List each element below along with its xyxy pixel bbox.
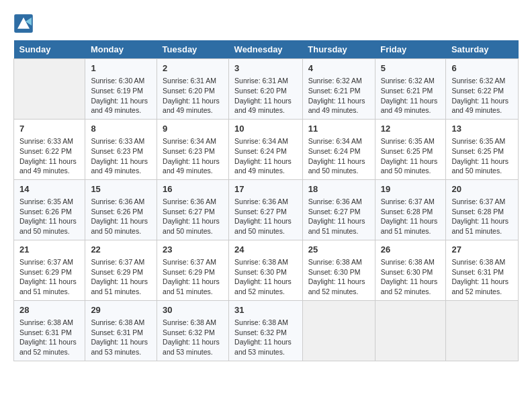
day-cell: 8Sunrise: 6:33 AM Sunset: 6:23 PM Daylig… <box>85 119 157 179</box>
day-info: Sunrise: 6:33 AM Sunset: 6:23 PM Dayligh… <box>91 136 151 176</box>
week-row-1: 1Sunrise: 6:30 AM Sunset: 6:19 PM Daylig… <box>14 59 519 120</box>
day-number: 4 <box>308 62 369 75</box>
day-number: 22 <box>91 244 151 256</box>
day-number: 30 <box>163 304 223 316</box>
col-header-tuesday: Tuesday <box>157 40 229 59</box>
day-cell: 17Sunrise: 6:36 AM Sunset: 6:27 PM Dayli… <box>229 179 303 240</box>
day-info: Sunrise: 6:35 AM Sunset: 6:25 PM Dayligh… <box>381 136 441 176</box>
day-cell: 7Sunrise: 6:33 AM Sunset: 6:22 PM Daylig… <box>14 119 85 179</box>
day-cell: 15Sunrise: 6:36 AM Sunset: 6:26 PM Dayli… <box>85 179 157 240</box>
day-cell: 11Sunrise: 6:34 AM Sunset: 6:24 PM Dayli… <box>302 119 375 179</box>
day-info: Sunrise: 6:36 AM Sunset: 6:26 PM Dayligh… <box>91 197 151 236</box>
day-cell: 20Sunrise: 6:37 AM Sunset: 6:28 PM Dayli… <box>446 179 519 240</box>
day-cell: 3Sunrise: 6:31 AM Sunset: 6:20 PM Daylig… <box>229 59 303 120</box>
day-cell: 14Sunrise: 6:35 AM Sunset: 6:26 PM Dayli… <box>14 179 85 240</box>
day-info: Sunrise: 6:38 AM Sunset: 6:31 PM Dayligh… <box>451 257 513 297</box>
logo-icon <box>13 13 34 34</box>
day-number: 6 <box>451 62 513 75</box>
day-number: 28 <box>19 304 79 316</box>
day-number: 24 <box>234 244 297 256</box>
day-cell: 18Sunrise: 6:36 AM Sunset: 6:27 PM Dayli… <box>302 179 375 240</box>
day-info: Sunrise: 6:31 AM Sunset: 6:20 PM Dayligh… <box>234 76 297 116</box>
day-info: Sunrise: 6:34 AM Sunset: 6:23 PM Dayligh… <box>163 136 223 176</box>
day-cell: 1Sunrise: 6:30 AM Sunset: 6:19 PM Daylig… <box>85 59 157 120</box>
day-number: 13 <box>451 123 513 135</box>
day-cell: 26Sunrise: 6:38 AM Sunset: 6:30 PM Dayli… <box>375 240 446 300</box>
day-cell: 6Sunrise: 6:32 AM Sunset: 6:22 PM Daylig… <box>446 59 519 120</box>
col-header-wednesday: Wednesday <box>229 40 303 59</box>
day-cell: 16Sunrise: 6:36 AM Sunset: 6:27 PM Dayli… <box>157 179 229 240</box>
week-row-5: 28Sunrise: 6:38 AM Sunset: 6:31 PM Dayli… <box>14 300 519 361</box>
calendar-header-row: SundayMondayTuesdayWednesdayThursdayFrid… <box>14 40 519 59</box>
day-cell: 12Sunrise: 6:35 AM Sunset: 6:25 PM Dayli… <box>375 119 446 179</box>
day-cell <box>375 300 446 361</box>
day-info: Sunrise: 6:32 AM Sunset: 6:21 PM Dayligh… <box>381 76 441 116</box>
day-number: 1 <box>91 62 151 75</box>
logo <box>13 13 35 34</box>
day-info: Sunrise: 6:38 AM Sunset: 6:32 PM Dayligh… <box>163 318 223 357</box>
day-info: Sunrise: 6:33 AM Sunset: 6:22 PM Dayligh… <box>19 136 79 176</box>
day-cell <box>14 59 85 120</box>
day-cell: 23Sunrise: 6:37 AM Sunset: 6:29 PM Dayli… <box>157 240 229 300</box>
day-cell: 27Sunrise: 6:38 AM Sunset: 6:31 PM Dayli… <box>446 240 519 300</box>
day-cell: 25Sunrise: 6:38 AM Sunset: 6:30 PM Dayli… <box>302 240 375 300</box>
day-number: 17 <box>234 183 297 195</box>
day-info: Sunrise: 6:36 AM Sunset: 6:27 PM Dayligh… <box>234 197 297 236</box>
day-cell <box>302 300 375 361</box>
col-header-thursday: Thursday <box>302 40 375 59</box>
day-info: Sunrise: 6:31 AM Sunset: 6:20 PM Dayligh… <box>163 76 223 116</box>
calendar-table: SundayMondayTuesdayWednesdayThursdayFrid… <box>13 40 519 361</box>
day-number: 18 <box>308 183 369 195</box>
day-info: Sunrise: 6:34 AM Sunset: 6:24 PM Dayligh… <box>234 136 297 176</box>
day-number: 7 <box>19 123 79 135</box>
day-cell: 10Sunrise: 6:34 AM Sunset: 6:24 PM Dayli… <box>229 119 303 179</box>
page-header <box>13 13 519 34</box>
day-number: 15 <box>91 183 151 195</box>
day-cell: 2Sunrise: 6:31 AM Sunset: 6:20 PM Daylig… <box>157 59 229 120</box>
day-info: Sunrise: 6:38 AM Sunset: 6:30 PM Dayligh… <box>308 257 369 297</box>
day-cell: 4Sunrise: 6:32 AM Sunset: 6:21 PM Daylig… <box>302 59 375 120</box>
day-info: Sunrise: 6:38 AM Sunset: 6:31 PM Dayligh… <box>19 318 79 357</box>
week-row-3: 14Sunrise: 6:35 AM Sunset: 6:26 PM Dayli… <box>14 179 519 240</box>
day-number: 2 <box>163 62 223 75</box>
day-cell: 22Sunrise: 6:37 AM Sunset: 6:29 PM Dayli… <box>85 240 157 300</box>
col-header-monday: Monday <box>85 40 157 59</box>
day-info: Sunrise: 6:35 AM Sunset: 6:26 PM Dayligh… <box>19 197 79 236</box>
day-number: 9 <box>163 123 223 135</box>
day-cell: 5Sunrise: 6:32 AM Sunset: 6:21 PM Daylig… <box>375 59 446 120</box>
day-cell: 13Sunrise: 6:35 AM Sunset: 6:25 PM Dayli… <box>446 119 519 179</box>
day-info: Sunrise: 6:36 AM Sunset: 6:27 PM Dayligh… <box>308 197 369 236</box>
day-number: 21 <box>19 244 79 256</box>
day-number: 27 <box>451 244 513 256</box>
week-row-4: 21Sunrise: 6:37 AM Sunset: 6:29 PM Dayli… <box>14 240 519 300</box>
col-header-friday: Friday <box>375 40 446 59</box>
day-info: Sunrise: 6:34 AM Sunset: 6:24 PM Dayligh… <box>308 136 369 176</box>
day-number: 29 <box>91 304 151 316</box>
day-cell: 19Sunrise: 6:37 AM Sunset: 6:28 PM Dayli… <box>375 179 446 240</box>
day-info: Sunrise: 6:30 AM Sunset: 6:19 PM Dayligh… <box>91 76 151 116</box>
day-info: Sunrise: 6:35 AM Sunset: 6:25 PM Dayligh… <box>451 136 513 176</box>
day-info: Sunrise: 6:37 AM Sunset: 6:29 PM Dayligh… <box>163 257 223 297</box>
day-number: 14 <box>19 183 79 195</box>
day-cell: 29Sunrise: 6:38 AM Sunset: 6:31 PM Dayli… <box>85 300 157 361</box>
day-cell: 30Sunrise: 6:38 AM Sunset: 6:32 PM Dayli… <box>157 300 229 361</box>
day-info: Sunrise: 6:36 AM Sunset: 6:27 PM Dayligh… <box>163 197 223 236</box>
day-cell: 24Sunrise: 6:38 AM Sunset: 6:30 PM Dayli… <box>229 240 303 300</box>
day-info: Sunrise: 6:38 AM Sunset: 6:30 PM Dayligh… <box>381 257 441 297</box>
day-cell <box>446 300 519 361</box>
day-number: 10 <box>234 123 297 135</box>
day-number: 25 <box>308 244 369 256</box>
day-number: 8 <box>91 123 151 135</box>
day-number: 19 <box>381 183 441 195</box>
day-cell: 31Sunrise: 6:38 AM Sunset: 6:32 PM Dayli… <box>229 300 303 361</box>
day-number: 31 <box>234 304 297 316</box>
day-info: Sunrise: 6:32 AM Sunset: 6:22 PM Dayligh… <box>451 76 513 116</box>
day-number: 3 <box>234 62 297 75</box>
day-info: Sunrise: 6:37 AM Sunset: 6:29 PM Dayligh… <box>19 257 79 297</box>
day-number: 26 <box>381 244 441 256</box>
day-info: Sunrise: 6:38 AM Sunset: 6:31 PM Dayligh… <box>91 318 151 357</box>
day-number: 16 <box>163 183 223 195</box>
day-number: 11 <box>308 123 369 135</box>
day-cell: 21Sunrise: 6:37 AM Sunset: 6:29 PM Dayli… <box>14 240 85 300</box>
day-number: 23 <box>163 244 223 256</box>
